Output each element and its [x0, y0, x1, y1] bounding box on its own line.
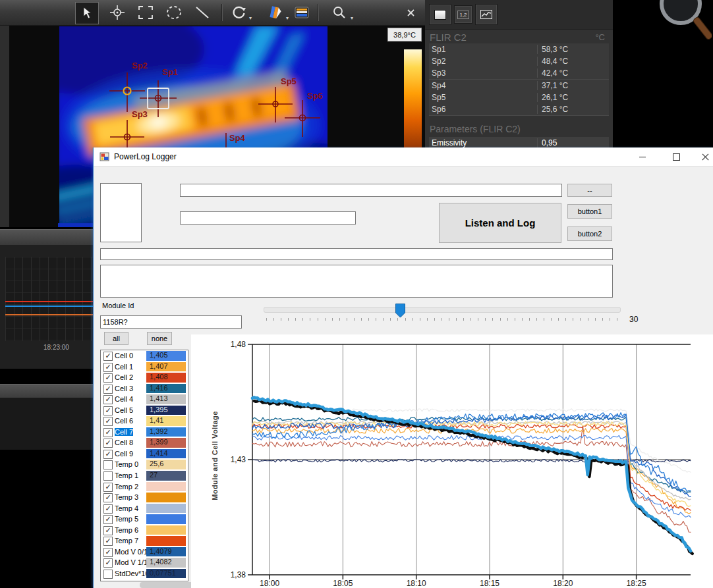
listbox[interactable] — [100, 183, 142, 242]
status-line-input[interactable] — [100, 248, 613, 260]
channel-checkbox[interactable] — [103, 471, 113, 481]
channel-row[interactable]: ✓Temp 3 — [101, 492, 188, 503]
channel-checkbox[interactable] — [103, 570, 113, 579]
flir-measurement-row[interactable]: Sp158,3 °C — [429, 43, 609, 56]
flir-close-button[interactable] — [401, 2, 420, 23]
zoom-dropdown-caret[interactable]: ▾ — [351, 15, 353, 21]
slider-track[interactable] — [264, 307, 621, 313]
channel-row[interactable]: ✓Cell 31,416 — [101, 383, 188, 394]
slider-tick — [573, 318, 573, 321]
channel-row[interactable]: ✓Cell 91,414 — [101, 448, 188, 460]
channel-checkbox[interactable]: ✓ — [103, 406, 113, 415]
rectangle-tool-button[interactable] — [134, 2, 157, 23]
channel-color-value: 1,413 — [146, 394, 186, 404]
flir-measurement-row[interactable]: Sp437,1 °C — [429, 80, 609, 92]
select-none-button[interactable]: none — [147, 332, 172, 345]
flir-measurement-row[interactable]: Sp248,4 °C — [429, 55, 609, 68]
channel-checkbox[interactable]: ✓ — [103, 363, 113, 372]
channel-checkbox[interactable]: ✓ — [103, 493, 113, 502]
tab-image-view[interactable] — [429, 4, 451, 25]
close-button[interactable] — [691, 147, 713, 166]
ellipse-tool-button[interactable] — [163, 2, 185, 23]
channel-row[interactable]: ✓Temp 2 — [101, 481, 188, 493]
channel-checkbox[interactable]: ✓ — [103, 548, 113, 557]
channel-checkbox[interactable]: ✓ — [103, 537, 113, 546]
cursor-tool-button[interactable] — [75, 2, 99, 24]
channel-checkbox[interactable]: ✓ — [103, 450, 113, 459]
slider-thumb[interactable] — [395, 304, 405, 318]
channel-row[interactable]: ✓Temp 5 — [101, 514, 188, 525]
channel-checkbox[interactable]: ✓ — [103, 515, 113, 524]
text-input-second[interactable] — [180, 211, 356, 225]
channel-row[interactable]: ✓Cell 71,392 — [101, 427, 188, 438]
button2[interactable]: button2 — [567, 227, 612, 241]
button1[interactable]: button1 — [567, 204, 612, 219]
channel-row[interactable]: ✓Mod V 1/101,4082 — [101, 557, 188, 568]
line-tool-button[interactable] — [191, 2, 214, 23]
zoom-tool-button[interactable]: ▾ — [326, 2, 353, 23]
channel-checkbox[interactable]: ✓ — [103, 558, 113, 568]
slider-tick — [544, 318, 544, 321]
channel-checkbox[interactable]: ✓ — [103, 428, 113, 437]
flir-lower-panel — [0, 398, 93, 450]
svg-text:18:10: 18:10 — [407, 579, 426, 588]
flir-measurement-row[interactable]: Sp526,1 °C — [429, 92, 609, 104]
channel-row[interactable]: ✓Cell 51,395 — [101, 405, 188, 416]
spot-temperature: 48,4 °C — [537, 57, 609, 66]
channel-color-value — [146, 536, 186, 546]
channel-checkbox[interactable]: ✓ — [103, 373, 113, 383]
channel-row[interactable]: ✓Cell 61,41 — [101, 415, 188, 427]
mini-temperature-plot — [5, 257, 93, 341]
channel-row[interactable]: ✓Cell 01,405 — [101, 350, 188, 361]
palette-dropdown-caret[interactable]: ▾ — [286, 15, 289, 21]
panel-header-bar[interactable] — [0, 229, 93, 246]
channel-color-value: 1,408 — [146, 373, 186, 383]
channel-row[interactable]: ✓Mod V 0/101,4079 — [101, 547, 188, 558]
channel-checkbox[interactable]: ✓ — [103, 385, 113, 394]
dash-button[interactable]: -- — [567, 184, 612, 197]
powerlog-title-bar[interactable]: PowerLog Logger — [94, 147, 713, 167]
channel-checkbox[interactable]: ✓ — [103, 395, 113, 404]
rotate-dropdown-caret[interactable]: ▾ — [249, 15, 252, 21]
rectangle-selection-icon — [138, 6, 153, 19]
channel-row[interactable]: ✓Cell 81,399 — [101, 437, 188, 448]
channel-checkbox[interactable]: ✓ — [103, 439, 113, 448]
channel-checkbox[interactable] — [103, 460, 113, 469]
channel-row[interactable]: ✓Temp 4 — [101, 503, 188, 514]
screen: Sp1 Sp2 Sp3 Sp4 Sp5 Sp6 38,9°C — [0, 0, 713, 588]
channel-checkbox[interactable]: ✓ — [103, 483, 113, 492]
channel-checklist[interactable]: ✓Cell 01,405✓Cell 11,407✓Cell 21,408✓Cel… — [100, 350, 188, 581]
channel-row[interactable]: ✓Temp 7 — [101, 535, 188, 547]
minimize-button[interactable] — [627, 147, 657, 166]
channel-checkbox[interactable]: ✓ — [103, 526, 113, 535]
channel-row[interactable]: Temp 127 — [101, 470, 188, 481]
module-id-input[interactable] — [100, 315, 242, 329]
rotate-tool-button[interactable]: ▾ — [226, 2, 252, 23]
channel-row[interactable]: ✓Cell 41,413 — [101, 394, 188, 405]
tab-plot-view[interactable] — [475, 4, 498, 25]
channel-row[interactable]: ✓Cell 11,407 — [101, 361, 188, 373]
channel-checkbox[interactable]: ✓ — [103, 352, 113, 361]
text-input-top[interactable] — [180, 184, 562, 197]
tab-values-view[interactable]: 1,2 — [454, 5, 472, 24]
palette-tool-button[interactable]: ▾ — [261, 2, 289, 23]
spot-tool-button[interactable] — [106, 2, 128, 23]
channel-label: Cell 3 — [115, 385, 133, 392]
channel-row[interactable]: StdDev*100,07751 — [101, 568, 188, 579]
channel-row[interactable]: Temp 025,6 — [101, 459, 188, 470]
colorbar-tool-button[interactable] — [291, 2, 312, 23]
channel-checkbox[interactable]: ✓ — [103, 504, 113, 514]
flir-measurement-row[interactable]: Sp342,4 °C — [429, 67, 609, 80]
listen-and-log-button[interactable]: Listen and Log — [439, 203, 561, 243]
select-all-button[interactable]: all — [104, 332, 128, 345]
slider-tick — [485, 318, 486, 321]
channel-checkbox[interactable]: ✓ — [103, 417, 113, 426]
log-textarea[interactable] — [100, 265, 613, 298]
flir-parameters-title: Parameters (FLIR C2) — [430, 124, 521, 134]
channel-row[interactable]: ✓Cell 21,408 — [101, 372, 188, 383]
flir-measurement-row[interactable]: Sp625,6 °C — [429, 103, 609, 116]
image-view-icon — [434, 10, 446, 20]
channel-row[interactable]: ✓Temp 6 — [101, 525, 188, 536]
maximize-button[interactable] — [662, 147, 691, 166]
slider-tick — [558, 318, 559, 321]
